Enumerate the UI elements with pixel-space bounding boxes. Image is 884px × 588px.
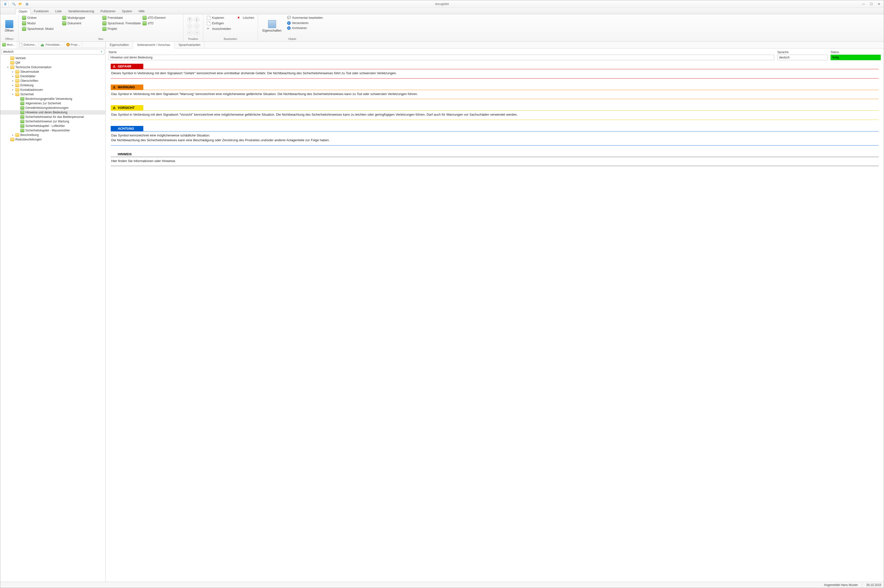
properties-label: Eigenschaften — [263, 29, 282, 32]
tree-node[interactable]: ▸Überschriften — [0, 78, 105, 83]
version-button[interactable]: VVersionieren — [286, 21, 325, 26]
tree-node[interactable]: ▾Sicherheit — [0, 92, 105, 97]
module-icon — [62, 16, 66, 20]
tree-node[interactable]: Bestimmungsgemäße Verwendung — [0, 97, 105, 101]
qat-search-icon[interactable]: 🔍 — [11, 2, 16, 6]
archive-icon: A — [287, 26, 291, 30]
new-sprachneutr-fremddatei-button[interactable]: Sprachneutr. Fremddatei — [101, 21, 141, 26]
move-down-bottom-button[interactable]: ⤓ — [194, 17, 200, 22]
paste-button[interactable]: Einfügen — [205, 21, 232, 26]
left-tab-0[interactable]: Mod... — [0, 42, 17, 48]
tree-node[interactable]: Sicherheitskapitel - Wasserkühler — [0, 128, 105, 133]
expand-arrow-icon[interactable]: ▸ — [11, 88, 14, 91]
tree-node[interactable]: Vertrieb — [0, 56, 105, 60]
expand-arrow-icon[interactable]: ▾ — [6, 66, 9, 69]
new-sprachneutr-modul-button[interactable]: Sprachneutr. Modul — [21, 26, 61, 32]
new-projekt-button[interactable]: Projekt — [101, 26, 141, 32]
expand-arrow-icon[interactable]: ▸ — [11, 134, 14, 136]
menu-tab-liste[interactable]: Liste — [52, 8, 65, 14]
edit-comment-button[interactable]: 💬Kommentar bearbeiten — [286, 15, 325, 20]
ribbon-group-open: Öffnen Öffnen — [0, 14, 19, 41]
qat-open-icon[interactable]: 📂 — [18, 2, 23, 6]
expand-arrow-icon[interactable]: ▸ — [11, 80, 14, 82]
close-button[interactable]: ✕ — [877, 2, 881, 6]
version-icon: V — [287, 21, 291, 25]
status-field[interactable]: fertig — [831, 55, 881, 60]
tree-node[interactable]: ▸Einleitung — [0, 83, 105, 87]
tree-node-label: Sicherheitskapitel - Lüftkühler — [26, 124, 65, 128]
folder-icon — [15, 133, 20, 137]
expand-arrow-icon[interactable]: ▸ — [11, 70, 14, 73]
folder-icon — [15, 93, 20, 96]
menu-tab-publizieren[interactable]: Publizieren — [98, 8, 119, 14]
tree-node[interactable]: Sicherheitshinweise zur Wartung — [0, 119, 105, 124]
right-tab-1[interactable]: Seitenansicht / Vorschau — [133, 42, 174, 48]
ribbon-tabs: ObjektFunktionenListeVariablensteuerungP… — [0, 8, 884, 14]
expand-arrow-icon[interactable]: ▾ — [11, 93, 14, 96]
cube-icon — [20, 111, 24, 114]
move-left-button[interactable]: ← — [187, 30, 192, 35]
delete-button[interactable]: Löschen — [236, 15, 256, 20]
language-combo[interactable]: deutsch — [1, 49, 104, 54]
lang-field[interactable]: deutsch — [777, 55, 827, 60]
expand-arrow-icon[interactable]: ▸ — [11, 75, 14, 78]
maximize-button[interactable]: ☐ — [869, 2, 874, 6]
copy-button[interactable]: Kopieren — [205, 15, 232, 20]
new-ordner-button[interactable]: Ordner — [21, 15, 61, 20]
tree-node[interactable]: ▸Beschreibung — [0, 133, 105, 137]
new-fremddatei-button[interactable]: Fremddatei — [101, 15, 141, 20]
new-dtd-element-button[interactable]: dTD-Element — [141, 15, 181, 20]
tree-node[interactable]: ▸Steuermodule — [0, 69, 105, 74]
new-modul-button[interactable]: Modul — [21, 21, 61, 26]
name-field[interactable]: Hinweise und deren Bedeutung — [109, 55, 774, 60]
tree-node[interactable]: ▸Deckblätter — [0, 74, 105, 78]
hazard-block: ACHTUNGDas Symbol kennzeichnet eine mögl… — [111, 126, 879, 146]
module-icon — [22, 16, 26, 20]
properties-icon — [268, 20, 276, 28]
preview-area[interactable]: ⚠GEFAHRDieses Symbol in Verbindung mit d… — [106, 60, 884, 582]
open-button[interactable]: Öffnen — [2, 15, 16, 37]
properties-button[interactable]: Eigenschaften — [260, 15, 284, 37]
archive-button[interactable]: AArchivieren — [286, 26, 325, 30]
move-right-button[interactable]: → — [194, 30, 200, 35]
tree-node[interactable]: Allgemeines zur Sicherheit — [0, 101, 105, 106]
qat-panel-icon[interactable]: ▦ — [24, 2, 29, 6]
tree-node[interactable]: Sicherheitskapitel - Lüftkühler — [0, 124, 105, 128]
tree-node-label: Vertrieb — [15, 57, 26, 60]
module-icon — [22, 27, 26, 31]
right-tab-0[interactable]: Eigenschaften — [106, 42, 133, 48]
module-tree: VertriebQM▾Technische Dokumentation▸Steu… — [0, 56, 105, 582]
tree-node[interactable]: Risikobeurteilungen — [0, 137, 105, 142]
cut-button[interactable]: ✂Ausschneiden — [205, 26, 232, 32]
warning-triangle-icon: ⚠ — [113, 85, 116, 89]
move-up-top-button[interactable]: ⤒ — [187, 17, 192, 22]
left-tab-2[interactable]: Fremddate... — [39, 42, 64, 48]
tree-node[interactable]: Sicherheitshinweise für das Bedienperson… — [0, 115, 105, 119]
tree-node[interactable]: ▾Technische Dokumentation — [0, 65, 105, 69]
new-dokument-button[interactable]: Dokument — [61, 21, 101, 26]
menu-tab-hilfe[interactable]: Hilfe — [135, 8, 148, 14]
folder-icon — [10, 57, 14, 60]
app-logo-icon: d — [2, 1, 8, 7]
menu-tab-funktionen[interactable]: Funktionen — [31, 8, 52, 14]
module-icon — [62, 21, 66, 26]
expand-arrow-icon[interactable]: ▸ — [11, 84, 14, 87]
tree-node[interactable]: Hinweise und deren Bedeutung — [0, 110, 105, 115]
move-up-button[interactable]: ↑ — [187, 23, 192, 29]
minimize-button[interactable]: — — [861, 2, 866, 6]
menu-tab-objekt[interactable]: Objekt — [15, 9, 31, 14]
group-label-open: Öffnen — [2, 37, 16, 41]
right-tab-2[interactable]: Sprachvarianten — [174, 42, 204, 48]
move-down-button[interactable]: ↓ — [194, 23, 200, 29]
tree-node[interactable]: Gerwährleistungsbestimmungen — [0, 106, 105, 110]
left-tab-1[interactable]: Dokume... — [17, 42, 39, 48]
hazard-text: Hier finden Sie Informationen oder Hinwe… — [111, 157, 879, 165]
new-modulgruppe-button[interactable]: Modulgruppe — [61, 15, 101, 20]
tree-node[interactable]: ▸Kontaktadressen — [0, 87, 105, 92]
left-tabs: Mod...Dokume...Fremddate...Proje... — [0, 42, 105, 48]
menu-tab-system[interactable]: System — [119, 8, 135, 14]
tree-node[interactable]: QM — [0, 60, 105, 65]
menu-tab-variablensteuerung[interactable]: Variablensteuerung — [65, 8, 97, 14]
new-dtd-button[interactable]: dTD — [141, 21, 181, 26]
left-tab-3[interactable]: Proje... — [64, 42, 82, 48]
